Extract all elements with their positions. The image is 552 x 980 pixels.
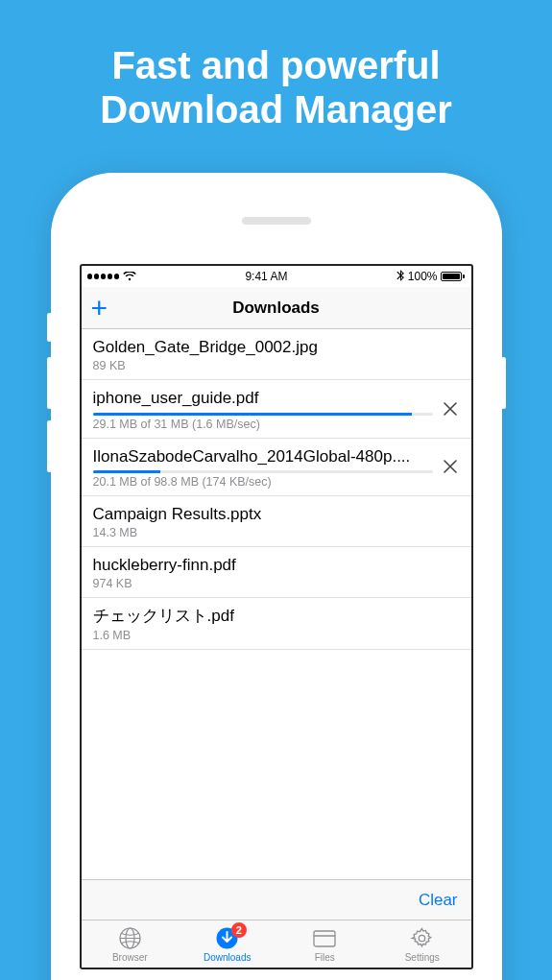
phone-side-button <box>47 420 52 472</box>
phone-side-button <box>47 357 52 409</box>
folder-icon <box>312 926 337 951</box>
file-meta: 1.6 MB <box>93 629 460 642</box>
svg-point-6 <box>420 935 425 941</box>
tab-files[interactable]: Files <box>276 920 374 968</box>
tab-browser[interactable]: Browser <box>82 920 180 968</box>
file-meta: 89 KB <box>93 359 460 372</box>
tab-bar: Browser 2 Downloads <box>82 920 471 968</box>
file-meta: 29.1 MB of 31 MB (1.6 MB/sec) <box>93 418 433 431</box>
progress-bar <box>93 413 433 416</box>
file-name: Campaign Results.pptx <box>93 504 460 524</box>
download-row[interactable]: チェックリスト.pdf1.6 MB <box>82 598 471 649</box>
tab-downloads[interactable]: 2 Downloads <box>179 920 276 968</box>
battery-icon <box>441 272 465 281</box>
wifi-icon <box>123 272 136 281</box>
file-name: チェックリスト.pdf <box>93 606 460 626</box>
download-row[interactable]: iphone_user_guide.pdf29.1 MB of 31 MB (1… <box>82 380 471 438</box>
globe-icon <box>118 926 142 951</box>
download-row[interactable]: Campaign Results.pptx14.3 MB <box>82 496 471 547</box>
phone-speaker <box>242 217 311 225</box>
phone-frame: 9:41 AM 100% + Downloads Golden_Gate_Bri… <box>51 173 502 980</box>
battery-percent: 100% <box>408 270 438 283</box>
phone-side-button <box>501 357 506 409</box>
tab-settings[interactable]: Settings <box>373 920 471 968</box>
progress-bar <box>93 470 433 473</box>
status-time: 9:41 AM <box>245 270 287 283</box>
tab-label: Files <box>315 952 335 963</box>
file-name: IlonaSzabodeCarvalho_2014Global-480p.... <box>93 446 433 466</box>
nav-bar: + Downloads <box>82 287 471 329</box>
cancel-download-icon[interactable] <box>439 397 462 420</box>
clear-button[interactable]: Clear <box>419 891 458 910</box>
tab-label: Settings <box>405 952 440 963</box>
download-row[interactable]: Golden_Gate_Bridge_0002.jpg89 KB <box>82 329 471 380</box>
badge: 2 <box>231 922 247 938</box>
gear-icon <box>410 926 434 951</box>
status-bar: 9:41 AM 100% <box>82 266 471 287</box>
file-name: huckleberry-finn.pdf <box>93 555 460 575</box>
page-title: Downloads <box>82 299 471 318</box>
tab-label: Browser <box>112 952 148 963</box>
toolbar: Clear <box>82 879 471 920</box>
signal-dots-icon <box>87 274 120 279</box>
file-name: iphone_user_guide.pdf <box>93 388 433 408</box>
download-row[interactable]: huckleberry-finn.pdf974 KB <box>82 547 471 598</box>
bluetooth-icon <box>396 270 404 284</box>
file-meta: 20.1 MB of 98.8 MB (174 KB/sec) <box>93 475 433 489</box>
file-meta: 14.3 MB <box>93 526 460 539</box>
cancel-download-icon[interactable] <box>439 455 462 478</box>
svg-rect-4 <box>314 931 335 946</box>
screen: 9:41 AM 100% + Downloads Golden_Gate_Bri… <box>80 264 473 969</box>
download-row[interactable]: IlonaSzabodeCarvalho_2014Global-480p....… <box>82 439 471 496</box>
promo-headline: Fast and powerful Download Manager <box>0 0 552 131</box>
file-name: Golden_Gate_Bridge_0002.jpg <box>93 337 460 357</box>
tab-label: Downloads <box>204 952 251 963</box>
file-meta: 974 KB <box>93 577 460 590</box>
phone-side-button <box>47 313 52 342</box>
downloads-list[interactable]: Golden_Gate_Bridge_0002.jpg89 KBiphone_u… <box>82 329 471 879</box>
